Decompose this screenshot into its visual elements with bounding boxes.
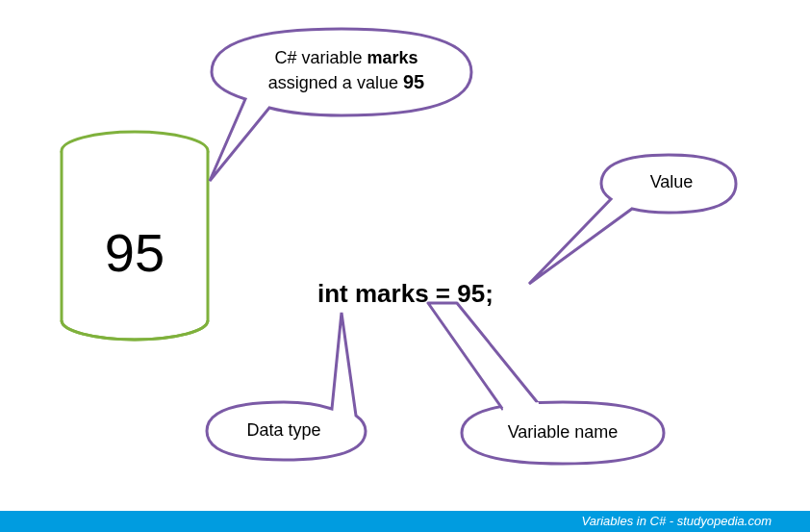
bubble-value: Value <box>524 149 746 289</box>
desc-line1-bold: marks <box>367 48 418 67</box>
cylinder-container: 95 <box>58 130 212 342</box>
desc-line2-bold: 95 <box>403 71 424 92</box>
bubble-datatype: Data type <box>192 308 423 462</box>
bubble-varname-label: Variable name <box>495 420 630 443</box>
cylinder-value: 95 <box>58 221 212 284</box>
bubble-value-label: Value <box>628 170 715 193</box>
bubble-varname-shape <box>399 298 688 471</box>
footer-bar: Variables in C# - studyopedia.com <box>0 511 810 532</box>
diagram-canvas: 95 C# variable marks assigned a value 95… <box>0 0 810 532</box>
bubble-description-shape <box>192 19 491 188</box>
bubble-varname: Variable name <box>399 298 688 471</box>
bubble-description: C# variable marks assigned a value 95 <box>192 19 491 188</box>
footer-text: Variables in C# - studyopedia.com <box>581 514 772 528</box>
desc-line1-prefix: C# variable <box>274 48 367 67</box>
desc-line2-prefix: assigned a value <box>268 73 403 92</box>
bubble-description-text: C# variable marks assigned a value 95 <box>245 46 447 95</box>
bubble-datatype-label: Data type <box>231 418 337 442</box>
